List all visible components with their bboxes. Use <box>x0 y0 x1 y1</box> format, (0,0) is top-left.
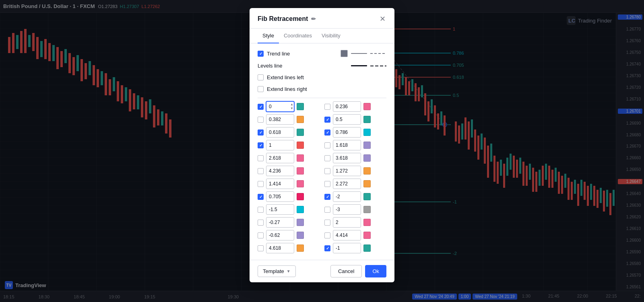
level-2-input[interactable] <box>333 217 361 228</box>
levels-line-dash-preview[interactable] <box>370 66 386 66</box>
level-0-spin-down[interactable]: ▼ <box>290 107 293 111</box>
level-3618-checkbox[interactable] <box>324 155 330 161</box>
level-0-color[interactable] <box>297 103 304 110</box>
level-4414-checkbox[interactable] <box>324 232 330 238</box>
level-4414-color[interactable] <box>363 232 371 239</box>
tab-style[interactable]: Style <box>258 29 279 43</box>
level-05-input[interactable] <box>333 114 361 125</box>
level-0-spin-up[interactable]: ▲ <box>290 103 293 107</box>
levels-line-label: Levels line <box>258 63 294 69</box>
level-1-checkbox[interactable] <box>258 142 264 148</box>
trend-line-checkbox-label[interactable]: Trend line <box>258 51 290 57</box>
extend-left-checkbox[interactable] <box>258 74 264 80</box>
level-row-4.414 <box>324 230 386 240</box>
extend-right-checkbox[interactable] <box>258 86 264 92</box>
level-row-neg0.27 <box>258 217 320 228</box>
level-1414-input[interactable] <box>266 179 294 189</box>
level-1618-input[interactable] <box>333 140 361 150</box>
template-button[interactable]: Template ▼ <box>258 265 296 277</box>
level-1272-color[interactable] <box>363 167 371 175</box>
trend-line-dashed-preview[interactable] <box>370 53 386 54</box>
cancel-button[interactable]: Cancel <box>330 265 362 277</box>
level-neg15-color[interactable] <box>297 206 304 213</box>
level-0-checkbox[interactable] <box>258 104 264 110</box>
level-neg15-input[interactable] <box>266 204 294 215</box>
level-1-color[interactable] <box>297 142 304 149</box>
level-neg1-checkbox[interactable] <box>324 245 330 251</box>
level-0786-color[interactable] <box>363 129 371 136</box>
level-4236-checkbox[interactable] <box>258 168 264 174</box>
level-0786-input[interactable] <box>333 127 361 138</box>
level-2272-checkbox[interactable] <box>324 181 330 187</box>
level-4236-input[interactable] <box>266 166 294 176</box>
level-row-0.786 <box>324 127 386 138</box>
level-neg027-checkbox[interactable] <box>258 220 264 226</box>
extend-right-row: Extend lines right <box>258 86 386 92</box>
trend-line-checkbox[interactable] <box>258 51 264 57</box>
tab-coordinates[interactable]: Coordinates <box>279 29 317 43</box>
level-1618-checkbox[interactable] <box>324 142 330 148</box>
level-1272-input[interactable] <box>333 166 361 176</box>
level-2-color[interactable] <box>363 219 371 226</box>
level-neg2-color[interactable] <box>363 193 371 200</box>
level-2-checkbox[interactable] <box>324 220 330 226</box>
level-1-input[interactable] <box>266 140 294 150</box>
level-4618-checkbox[interactable] <box>258 245 264 251</box>
level-0705-input[interactable] <box>266 191 294 202</box>
level-neg15-checkbox[interactable] <box>258 207 264 213</box>
level-1618-color[interactable] <box>363 142 371 149</box>
close-button[interactable]: ✕ <box>379 14 386 23</box>
level-0618-input[interactable] <box>266 127 294 138</box>
ok-button[interactable]: Ok <box>365 265 386 277</box>
levels-line-thick-preview[interactable] <box>351 65 367 66</box>
level-0618-checkbox[interactable] <box>258 129 264 136</box>
level-0382-input[interactable] <box>266 114 294 125</box>
level-0236-checkbox[interactable] <box>324 104 330 110</box>
level-neg1-input[interactable] <box>333 243 361 253</box>
level-0786-checkbox[interactable] <box>324 129 330 136</box>
level-neg3-color[interactable] <box>363 206 371 213</box>
trend-line-solid-preview[interactable] <box>351 53 367 54</box>
level-2618-checkbox[interactable] <box>258 155 264 161</box>
tab-visibility[interactable]: Visibility <box>317 29 345 43</box>
level-neg2-checkbox[interactable] <box>324 194 330 200</box>
template-chevron-icon: ▼ <box>287 269 291 273</box>
level-0382-checkbox[interactable] <box>258 117 264 123</box>
level-1414-color[interactable] <box>297 180 304 187</box>
levels-line-row: Levels line <box>258 63 386 69</box>
level-neg3-input[interactable] <box>333 204 361 215</box>
level-neg1-color[interactable] <box>363 244 371 252</box>
level-2618-color[interactable] <box>297 154 304 162</box>
level-0705-color[interactable] <box>297 193 304 200</box>
level-row-0.236 <box>324 101 386 112</box>
level-0618-color[interactable] <box>297 129 304 136</box>
extend-left-label[interactable]: Extend lines left <box>258 74 304 80</box>
level-neg3-checkbox[interactable] <box>324 207 330 213</box>
level-4236-color[interactable] <box>297 167 304 175</box>
level-1272-checkbox[interactable] <box>324 168 330 174</box>
level-neg062-color[interactable] <box>297 232 304 239</box>
level-neg027-input[interactable] <box>266 217 294 228</box>
edit-icon[interactable]: ✏ <box>311 16 316 22</box>
level-4618-input[interactable] <box>266 243 294 253</box>
extend-right-label[interactable]: Extend lines right <box>258 86 307 92</box>
level-neg2-input[interactable] <box>333 191 361 202</box>
level-0236-input[interactable] <box>333 101 361 112</box>
level-3618-color[interactable] <box>363 154 371 162</box>
level-neg062-checkbox[interactable] <box>258 232 264 238</box>
level-1414-checkbox[interactable] <box>258 181 264 187</box>
level-0382-color[interactable] <box>297 116 304 123</box>
level-05-checkbox[interactable] <box>324 117 330 123</box>
level-05-color[interactable] <box>363 116 371 123</box>
trend-line-color[interactable] <box>341 50 348 57</box>
level-2618-input[interactable] <box>266 153 294 163</box>
level-2272-input[interactable] <box>333 179 361 189</box>
level-0705-checkbox[interactable] <box>258 194 264 200</box>
level-neg062-input[interactable] <box>266 230 294 240</box>
level-neg027-color[interactable] <box>297 219 304 226</box>
level-3618-input[interactable] <box>333 153 361 163</box>
level-0236-color[interactable] <box>363 103 371 110</box>
level-2272-color[interactable] <box>363 180 371 187</box>
level-4414-input[interactable] <box>333 230 361 240</box>
level-4618-color[interactable] <box>297 244 304 252</box>
